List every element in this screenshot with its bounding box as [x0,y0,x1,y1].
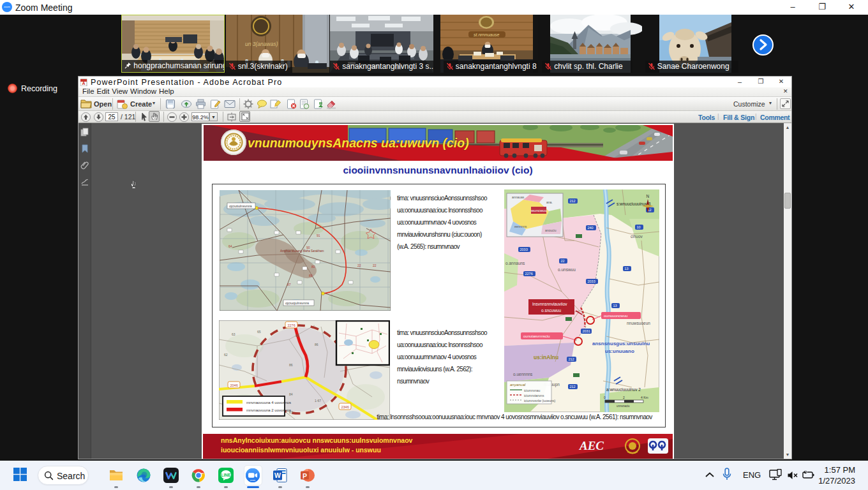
svg-text:212: 212 [570,199,576,203]
svg-text:annauas: annauas [512,195,525,199]
svg-text:22: 22 [357,264,361,267]
svg-text:us:inAlnu: us:inAlnu [534,354,558,360]
svg-text:240: 240 [588,226,594,230]
svg-text:64: 64 [228,244,232,248]
svg-text:ojciutiulnsvnns: ojciutiulnsvnns [229,204,252,208]
svg-text:N: N [647,194,650,198]
svg-text:ojciuojulnsvnns: ojciuojulnsvnns [285,301,310,305]
svg-text:2031: 2031 [583,329,590,333]
svg-text:ounuuoncwuu: ounuuoncwuu [604,314,627,318]
svg-text:anouciu: anouciu [545,228,557,232]
svg-text:A: A [82,81,85,85]
svg-text:zoom: zoom [250,479,255,482]
svg-text:unnsnaciu: unnsnaciu [617,405,630,408]
svg-text:ounutasvnnsciu: ounutasvnnsciu [523,334,550,338]
svg-text:4 Km: 4 Km [641,396,648,399]
svg-text:2033: 2033 [588,279,595,283]
svg-text:22: 22 [561,259,565,263]
svg-text:91: 91 [317,234,320,237]
svg-text:84: 84 [289,392,293,396]
svg-text:13: 13 [625,267,629,271]
svg-text:o.annauns: o.annauns [505,261,525,265]
svg-text:LINE: LINE [221,473,231,477]
svg-text:wuncwuu: wuncwuu [530,209,547,212]
svg-text:10: 10 [637,225,641,229]
svg-text:2: 2 [623,396,625,399]
svg-text:2276: 2276 [288,323,296,327]
svg-text:86: 86 [315,343,318,346]
svg-text:80: 80 [311,265,315,269]
svg-text:anyanual: anyanual [510,383,526,387]
svg-text:nnuwsuoeun: nnuwsuoeun [627,321,650,325]
svg-text:63: 63 [232,332,236,336]
svg-text:2046: 2046 [230,383,238,387]
svg-text:22: 22 [373,264,377,267]
svg-text:13: 13 [613,304,617,308]
svg-text:86: 86 [289,363,293,367]
svg-text:85: 85 [296,334,299,338]
svg-text:1-67: 1-67 [315,399,321,403]
svg-text:vnunumouynsAnacns ua:uwuvn (ci: vnunumouynsAnacns ua:uwuvn (cio) [248,136,469,150]
svg-text:AEC: AEC [579,439,604,452]
svg-text:212: 212 [570,385,576,389]
svg-text:iciumnvianvns: iciumnvianvns [524,394,544,397]
svg-text:P: P [303,472,307,480]
svg-text:ana.: ana. [546,200,553,204]
svg-text:o.sncuwuu: o.sncuwuu [541,308,561,313]
svg-text:o.uennnns: o.uennnns [513,372,533,376]
svg-text:ansnsnusgus:unsuulnu: ansnsnusgus:unsuulnu [592,341,650,346]
svg-text:212: 212 [569,357,574,361]
svg-text:o.unswuu: o.unswuu [558,267,576,272]
svg-text:mnvnaovuuna 2 uovosnos: mnvnaovuuna 2 uovosnos [246,408,291,412]
svg-text:0: 0 [604,396,606,399]
svg-text:Insvnnsnnviauviiov: Insvnnsnnviauviiov [532,302,567,306]
svg-text:87: 87 [287,283,291,286]
svg-text:iciumnvnau: iciumnvnau [524,389,541,392]
svg-text:eennnns: eennnns [514,225,527,228]
svg-text:Amphoe Mueang Maha Sarakham: Amphoe Mueang Maha Sarakham [280,249,324,253]
svg-text:W: W [274,471,281,479]
svg-text:89: 89 [309,274,313,278]
svg-text:2033: 2033 [520,248,528,251]
svg-text:2346: 2346 [341,405,349,409]
svg-text:iciumnvsnlw (iuoeuns): iciumnvsnlw (iuoeuns) [524,399,556,403]
svg-text:2276: 2276 [525,272,533,276]
svg-text:un 3(anawas): un 3(anawas) [245,41,278,47]
svg-text:iuoucioanniisnlwmnvniuuoluxi a: iuoucioanniisnlwmnvniuuoluxi anuuiulw - … [221,446,381,454]
svg-text:us:unuuano: us:unuuano [605,348,634,354]
svg-text:cihuov: cihuov [631,234,643,239]
svg-text:nnsAnyIncoiuixun:auiuovcu nnsw: nnsAnyIncoiuixun:auiuovcu nnswcuuns:uuln… [221,436,413,444]
svg-text:a:wnuuciuuuinuv 2: a:wnuuciuuuinuv 2 [606,387,641,392]
svg-text:st.nrnnuause: st.nrnnuause [474,33,500,37]
svg-text:62: 62 [224,353,228,357]
svg-text:mnvnaovuuna 4 uovosnos: mnvnaovuuna 4 uovosnos [246,401,291,405]
svg-text:65: 65 [257,330,261,334]
